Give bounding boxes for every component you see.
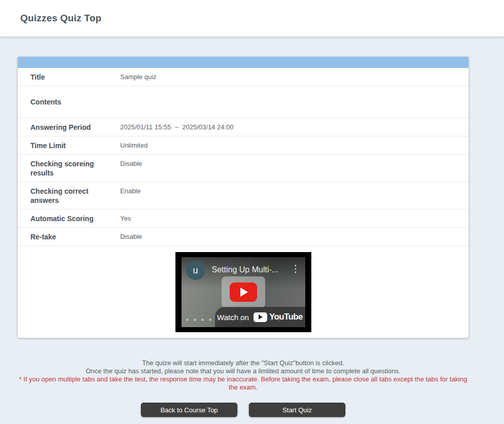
table-row-title: Title Sample quiz (18, 68, 469, 86)
youtube-logo-icon[interactable]: YouTube (254, 312, 303, 322)
notice-line-2: Once the quiz has started, please note t… (18, 367, 469, 375)
row-label: Checking correct answers (18, 182, 120, 209)
watch-on-label: Watch on (217, 313, 249, 322)
row-label: Automatic Scoring (18, 209, 120, 228)
more-options-icon[interactable]: ⋮ (291, 264, 301, 274)
row-value: Unlimited (120, 136, 469, 155)
row-label: Contents (18, 86, 120, 118)
video-title[interactable]: Setting Up Multi-... (212, 265, 289, 274)
start-quiz-button[interactable]: Start Quiz (249, 403, 345, 417)
action-buttons: Back to Course Top Start Quiz (18, 403, 469, 417)
youtube-embed[interactable]: u Setting Up Multi-... ⋮ Watch on YouTub… (175, 252, 311, 332)
row-value: Sample quiz (120, 68, 469, 86)
table-row-answering-period: Answering Period 2025/01/11 15:55 ~ 2025… (18, 118, 469, 136)
row-value: Disable (120, 228, 469, 246)
row-value: Enable (120, 182, 469, 209)
row-value (120, 86, 469, 118)
row-label: Re-take (18, 228, 120, 246)
youtube-wordmark: YouTube (269, 312, 303, 322)
quiz-info-table: Title Sample quiz Contents Answering Per… (18, 68, 469, 246)
notice-line-1: The quize will start immediately after t… (18, 359, 469, 367)
row-label: Title (18, 68, 120, 86)
table-row-checking-scoring-results: Checking scoreing results Disable (18, 155, 469, 182)
table-row-contents: Contents (18, 86, 469, 118)
watch-on-youtube-bar[interactable]: Watch on YouTube (215, 307, 305, 327)
video-row: u Setting Up Multi-... ⋮ Watch on YouTub… (18, 246, 469, 338)
play-icon (240, 288, 248, 297)
table-row-retake: Re-take Disable (18, 228, 469, 246)
quiz-info-card: Title Sample quiz Contents Answering Per… (18, 57, 469, 338)
table-row-checking-correct-answers: Checking correct answers Enable (18, 182, 469, 209)
row-label: Time Limit (18, 136, 120, 155)
channel-avatar[interactable]: u (186, 261, 205, 280)
page-title: Quizzes Quiz Top (20, 13, 101, 24)
play-button[interactable] (230, 282, 257, 302)
row-value: 2025/01/11 15:55 ~ 2025/03/14 24:00 (120, 118, 469, 136)
back-to-course-top-button[interactable]: Back to Course Top (141, 403, 237, 417)
youtube-play-glyph (254, 312, 267, 322)
notice-warning: * If you open multiple tabs and take the… (18, 375, 469, 391)
row-label: Answering Period (18, 118, 120, 136)
table-row-time-limit: Time Limit Unlimited (18, 136, 469, 155)
table-header-band (18, 57, 469, 68)
app-header: Quizzes Quiz Top (0, 0, 504, 37)
row-value: Disable (120, 155, 469, 182)
table-row-automatic-scoring: Automatic Scoring Yes (18, 209, 469, 228)
row-label: Checking scoreing results (18, 155, 120, 182)
row-value: Yes (120, 209, 469, 228)
quiz-notice: The quize will start immediately after t… (18, 359, 469, 391)
